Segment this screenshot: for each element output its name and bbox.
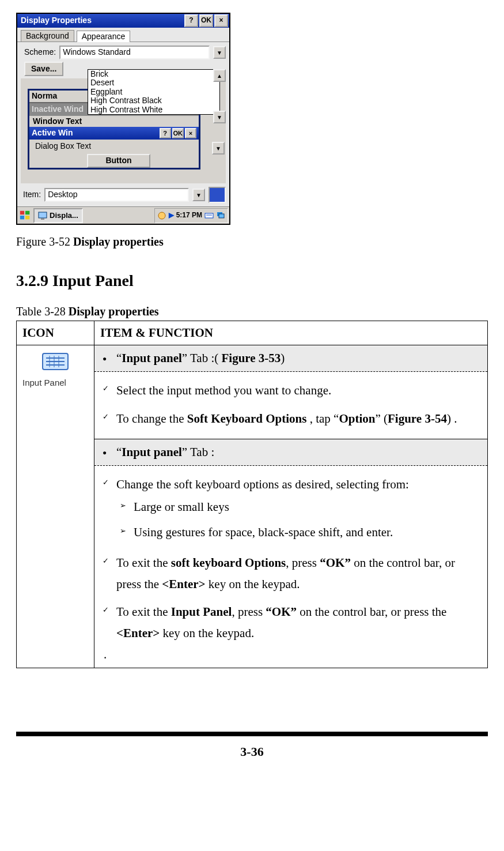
preview-button: Button (87, 154, 150, 167)
trailing-dot: . (99, 647, 483, 662)
svg-rect-5 (41, 219, 44, 220)
preview-scroll-down[interactable]: ▼ (212, 142, 225, 155)
table-caption: Table 3-28 Display properties (16, 305, 488, 318)
preview-dialog-text: Dialog Box Text (33, 141, 195, 152)
close-button[interactable]: × (214, 14, 228, 27)
figure-caption: Figure 3-52 Display properties (16, 235, 488, 248)
scheme-dropdown-button[interactable]: ▼ (213, 46, 226, 59)
ok-button[interactable]: OK (199, 14, 213, 27)
svg-rect-4 (39, 212, 47, 218)
save-button[interactable]: Save... (24, 62, 63, 76)
taskbar: Displa... ▶ 5:17 PM (17, 206, 229, 224)
scheme-combo[interactable]: Windows Standard (59, 46, 210, 59)
keyboard-tray-icon[interactable] (204, 211, 214, 220)
item-row: Item: Desktop ▼ (17, 184, 229, 206)
system-tray: ▶ 5:17 PM (154, 208, 228, 223)
tabs: Background Appearance (17, 28, 229, 42)
footer-rule (16, 732, 488, 736)
desktop-tray-icon[interactable] (216, 211, 225, 220)
windows-flag-icon (19, 209, 32, 222)
svg-rect-7 (205, 213, 213, 218)
scheme-option[interactable]: High Contrast Black (88, 96, 219, 105)
svg-rect-2 (20, 216, 24, 219)
scheme-dropdown-list[interactable]: Brick Desert Eggplant High Contrast Blac… (88, 69, 220, 115)
scheme-row: Scheme: Windows Standard ▼ (17, 42, 229, 60)
start-button[interactable] (18, 209, 32, 223)
svg-rect-0 (20, 210, 24, 214)
clock: 5:17 PM (176, 212, 202, 219)
item-label: Item: (23, 190, 41, 199)
list-scroll-up[interactable]: ▲ (213, 69, 226, 82)
list-scroll-down[interactable]: ▼ (213, 111, 226, 123)
preview-ok-button2: OK (172, 128, 184, 138)
icon-label: Input Panel (22, 378, 88, 387)
preview-help-button2: ? (160, 128, 171, 138)
input-panel-icon (40, 350, 70, 375)
window-title: Display Properties (18, 16, 183, 25)
display-icon (38, 211, 47, 220)
tab-appearance[interactable]: Appearance (77, 31, 131, 42)
scheme-option[interactable]: Eggplant (88, 88, 219, 96)
table-header-item: ITEM & FUNCTION (94, 321, 488, 345)
svg-rect-10 (219, 214, 224, 218)
row2-item2: To exit the soft keyboard Options, press… (99, 549, 483, 598)
page-number: 3-36 (0, 736, 504, 771)
tray-icon (157, 211, 166, 220)
display-properties-screenshot: Display Properties ? OK × Background App… (16, 13, 230, 225)
item-dropdown-button[interactable]: ▼ (192, 189, 205, 201)
svg-rect-3 (25, 216, 29, 219)
scheme-option[interactable]: Brick (88, 70, 219, 78)
svg-point-6 (158, 212, 165, 219)
row2-item3: To exit the Input Panel, press “OK” on t… (99, 598, 483, 647)
row1-item1: Select the input method you want to chan… (99, 376, 483, 405)
input-panel-table: ICON ITEM & FUNCTION Input Panel (16, 321, 488, 668)
item-combo[interactable]: Desktop (44, 188, 189, 201)
item-color-swatch[interactable] (209, 187, 226, 203)
icon-cell: Input Panel (17, 345, 94, 668)
window-titlebar: Display Properties ? OK × (17, 14, 229, 28)
scheme-option[interactable]: Desert (88, 78, 219, 87)
table-content-cell: “Input panel” Tab :( Figure 3-53) Select… (94, 345, 488, 668)
row1-item2: To change the Soft Keyboard Options , ta… (99, 405, 483, 433)
row1-heading: “Input panel” Tab :( Figure 3-53) (99, 349, 483, 368)
preview-active-label: Active Win (32, 129, 158, 137)
tab-background[interactable]: Background (21, 30, 74, 42)
row2-sub2: Using gestures for space, black-space sh… (116, 520, 483, 545)
svg-rect-1 (25, 210, 29, 214)
scheme-option[interactable]: High Contrast White (88, 106, 219, 114)
taskbar-app-button[interactable]: Displa... (33, 208, 83, 223)
preview-close-button2: × (185, 128, 196, 138)
taskbar-app-label: Displa... (50, 212, 78, 220)
section-heading: 3.2.9 Input Panel (16, 272, 488, 290)
row2-sub1: Large or small keys (116, 495, 483, 520)
row2-item1: Change the soft keyboard options as desi… (99, 470, 483, 549)
table-header-icon: ICON (17, 321, 94, 345)
preview-window-text: Window Text (29, 116, 199, 127)
preview-normal-label: Norma (32, 92, 57, 100)
row2-heading: “Input panel” Tab : (99, 443, 483, 462)
scheme-label: Scheme: (24, 48, 56, 57)
help-button[interactable]: ? (184, 14, 198, 27)
